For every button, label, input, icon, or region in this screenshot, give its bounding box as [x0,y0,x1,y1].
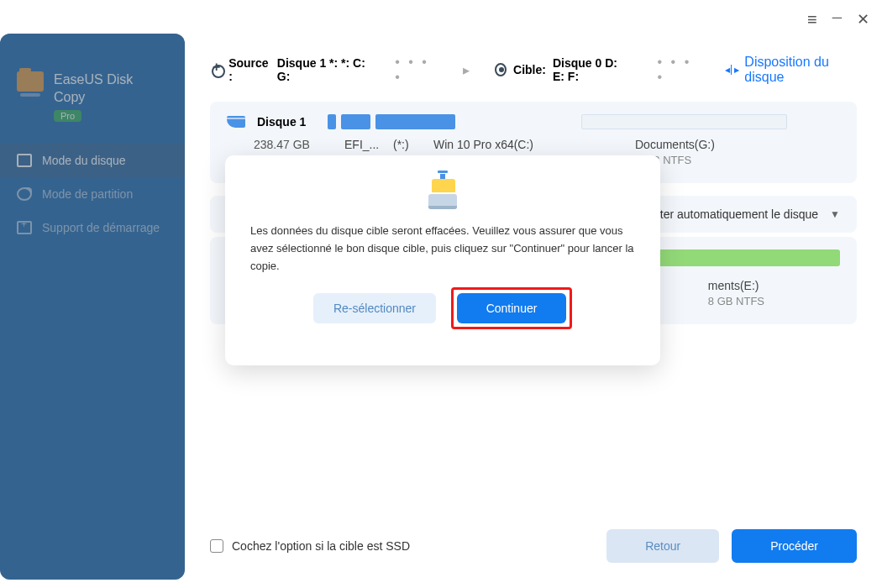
reselect-button[interactable]: Re-sélectionner [313,293,436,323]
erase-disk-icon [428,179,457,209]
continue-button[interactable]: Continuer [457,293,566,323]
confirmation-modal: Les données du disque cible seront effac… [225,155,660,365]
modal-message: Les données du disque cible seront effac… [250,223,635,275]
continue-button-highlight: Continuer [451,287,572,329]
